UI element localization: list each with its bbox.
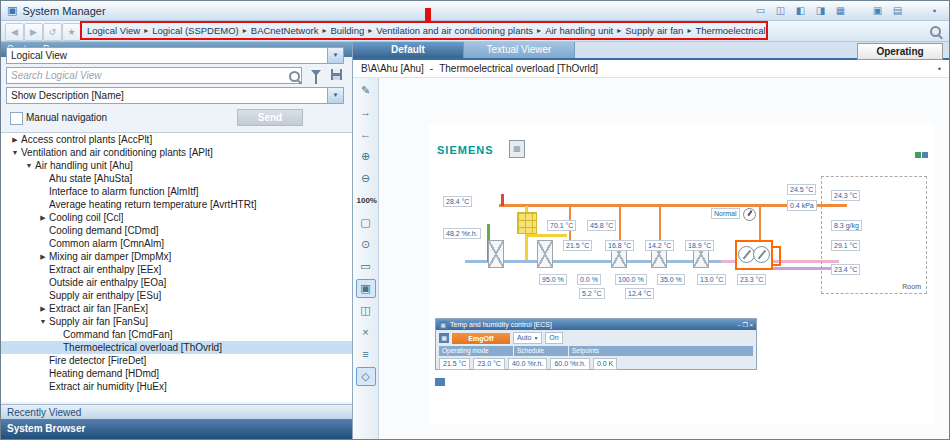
close-tool-icon[interactable]: × bbox=[356, 323, 376, 342]
history-button[interactable]: ↺ bbox=[43, 23, 62, 41]
tree-item[interactable]: Supply air enthalpy [ESu] bbox=[1, 289, 352, 302]
system-browser-footer-bar[interactable]: System Browser bbox=[1, 419, 352, 439]
tree-item[interactable]: ▶Cooling coil [Ccl] bbox=[1, 211, 352, 224]
save-search-icon[interactable] bbox=[331, 69, 342, 80]
setpoint-value[interactable]: 23.0 °C bbox=[473, 358, 504, 370]
tree-item[interactable]: Command fan [CmdFan] bbox=[1, 328, 352, 341]
chevron-down-icon[interactable]: ▼ bbox=[327, 48, 343, 63]
forward-tool-icon[interactable]: → bbox=[356, 103, 376, 122]
related-items-icon[interactable]: ▪ bbox=[938, 64, 941, 73]
tree-item[interactable]: ▶Extract air fan [FanEx] bbox=[1, 302, 352, 315]
breadcrumb-item[interactable]: Building bbox=[330, 25, 364, 36]
layout-two-pane-icon[interactable]: ◫ bbox=[772, 3, 789, 19]
setpoint-value[interactable]: 0.0 K bbox=[593, 358, 617, 370]
tree-toggle-icon[interactable]: ▶ bbox=[37, 211, 49, 224]
layout-single-icon[interactable]: ▭ bbox=[752, 3, 769, 19]
tree-item[interactable]: Extract air enthalpy [EEx] bbox=[1, 263, 352, 276]
setpoint-value[interactable]: 60.0 %r.h. bbox=[550, 358, 590, 370]
fan-icon[interactable] bbox=[753, 246, 770, 263]
layout-right-pane-icon[interactable]: ◨ bbox=[812, 3, 829, 19]
search-icon[interactable] bbox=[930, 26, 941, 37]
fit-view-icon[interactable]: ▢ bbox=[356, 213, 376, 232]
restore-layout-icon[interactable]: ▣ bbox=[869, 3, 886, 19]
rect-select-icon[interactable]: ▭ bbox=[356, 257, 376, 276]
schedule-value[interactable]: On bbox=[545, 332, 562, 344]
tree-item[interactable]: ▶Mixing air damper [DmpMx] bbox=[1, 250, 352, 263]
graphics-viewer: ✎→←⊕⊖100%▢⊙▭▣◫×≡◇ ❐▤ SIEMENS ▦ bbox=[353, 78, 949, 439]
setpoint-value[interactable]: 21.5 °C bbox=[439, 358, 470, 370]
status-badge[interactable]: EmgOff bbox=[452, 333, 510, 344]
tree-item[interactable]: Interface to alarm function [AlmItf] bbox=[1, 185, 352, 198]
operating-button[interactable]: Operating bbox=[857, 43, 943, 60]
layout-grid-icon[interactable]: ▦ bbox=[832, 3, 849, 19]
description-select[interactable]: Show Description [Name] ▼ bbox=[6, 87, 344, 104]
tree-item[interactable]: Fire detector [FireDet] bbox=[1, 354, 352, 367]
tree-toggle-icon[interactable]: ▶ bbox=[9, 133, 21, 146]
magnifier-icon[interactable]: ⊙ bbox=[356, 235, 376, 254]
favorites-button[interactable]: ★ bbox=[62, 23, 81, 41]
pan-tool-icon[interactable]: ◇ bbox=[356, 367, 376, 386]
crop-select-icon[interactable]: ▣ bbox=[356, 279, 376, 298]
zoom-level[interactable]: 100% bbox=[356, 191, 376, 210]
tree-toggle-icon[interactable]: ▼ bbox=[23, 159, 35, 172]
operating-mode-value: Auto bbox=[517, 333, 531, 343]
tree-toggle-icon[interactable]: ▶ bbox=[37, 302, 49, 315]
alarm-indicator-icon bbox=[435, 378, 445, 386]
breadcrumb-item[interactable]: Air handling unit bbox=[545, 25, 613, 36]
layers-icon[interactable]: ≡ bbox=[356, 345, 376, 364]
recently-viewed-bar[interactable]: Recently Viewed bbox=[1, 404, 352, 419]
breadcrumb-separator: ▸ bbox=[617, 26, 621, 35]
tree-item[interactable]: Cooling demand [CDmd] bbox=[1, 224, 352, 237]
tree-item[interactable]: Outside air enthalpy [EOa] bbox=[1, 276, 352, 289]
heat-recovery-symbol[interactable] bbox=[517, 212, 537, 234]
zoom-in-icon[interactable]: ⊕ bbox=[356, 147, 376, 166]
tree-item[interactable]: ▼Air handling unit [Ahu] bbox=[1, 159, 352, 172]
edit-tool-icon[interactable]: ✎ bbox=[356, 81, 376, 100]
tab-default[interactable]: Default bbox=[353, 42, 464, 58]
tree-item[interactable]: ▶Access control plants [AccPlt] bbox=[1, 133, 352, 146]
send-button[interactable]: Send bbox=[237, 109, 303, 126]
tree-item[interactable]: Ahu state [AhuSta] bbox=[1, 172, 352, 185]
tree-toggle-icon[interactable]: ▼ bbox=[37, 315, 49, 328]
tree-item[interactable]: ▼Supply air fan [FanSu] bbox=[1, 315, 352, 328]
breadcrumb-item[interactable]: Supply air fan bbox=[625, 25, 683, 36]
tree-item[interactable]: Heating demand [HDmd] bbox=[1, 367, 352, 380]
chevron-down-icon[interactable]: ▼ bbox=[327, 88, 343, 103]
value-chip: 23.3 °C bbox=[737, 274, 766, 285]
tree-toggle-icon[interactable]: ▼ bbox=[9, 146, 21, 159]
breadcrumb-item[interactable]: Logical (SSPDEMO) bbox=[152, 25, 239, 36]
split-view-icon[interactable]: ◫ bbox=[356, 301, 376, 320]
breadcrumb-item[interactable]: Ventilation and air conditioning plants bbox=[376, 25, 533, 36]
breadcrumb-item[interactable]: Thermoelectrical overload bbox=[695, 25, 768, 36]
breadcrumb-item[interactable]: Logical View bbox=[87, 25, 140, 36]
tab-textual-viewer[interactable]: Textual Viewer bbox=[464, 42, 575, 58]
layout-left-pane-icon[interactable]: ◧ bbox=[792, 3, 809, 19]
panel-close-icon[interactable]: × bbox=[749, 322, 753, 328]
viewer-toolbar: ✎→←⊕⊖100%▢⊙▭▣◫×≡◇ bbox=[353, 78, 379, 439]
tree-item[interactable]: ▼Ventilation and air conditioning plants… bbox=[1, 146, 352, 159]
intake-damper-symbol[interactable] bbox=[488, 240, 504, 268]
tree-item[interactable]: Extract air humidity [HuEx] bbox=[1, 380, 352, 393]
tree-item[interactable]: Common alarm [CmnAlm] bbox=[1, 237, 352, 250]
manage-views-icon[interactable]: ▤ bbox=[889, 3, 906, 19]
filter-icon[interactable] bbox=[311, 70, 321, 76]
tree-toggle-icon[interactable]: ▶ bbox=[37, 250, 49, 263]
view-select[interactable]: Logical View ▼ bbox=[6, 47, 344, 64]
back-button[interactable]: ◀ bbox=[5, 23, 24, 41]
search-input[interactable] bbox=[6, 67, 302, 84]
selected-fan-highlight[interactable] bbox=[735, 240, 773, 270]
back-tool-icon[interactable]: ← bbox=[356, 125, 376, 144]
search-field-magnifier-icon[interactable] bbox=[289, 71, 300, 82]
filter-symbol[interactable] bbox=[537, 240, 553, 268]
tree-item[interactable]: Average heating return temperature [Avrt… bbox=[1, 198, 352, 211]
tree-item-label: Supply air enthalpy [ESu] bbox=[49, 289, 161, 302]
zoom-out-icon[interactable]: ⊖ bbox=[356, 169, 376, 188]
setpoint-value[interactable]: 40.0 %r.h. bbox=[508, 358, 548, 370]
manual-navigation-checkbox[interactable] bbox=[10, 112, 23, 125]
breadcrumb-item[interactable]: BACnetNetwork bbox=[251, 25, 319, 36]
pressure-gauge-icon[interactable] bbox=[743, 208, 756, 221]
tree-item[interactable]: Thermoelectrical overload [ThOvrld] bbox=[1, 341, 352, 354]
pin-layout-icon[interactable]: ▪ bbox=[926, 3, 943, 19]
operating-mode-select[interactable]: Auto ▼ bbox=[513, 332, 542, 344]
forward-button[interactable]: ▶ bbox=[24, 23, 43, 41]
